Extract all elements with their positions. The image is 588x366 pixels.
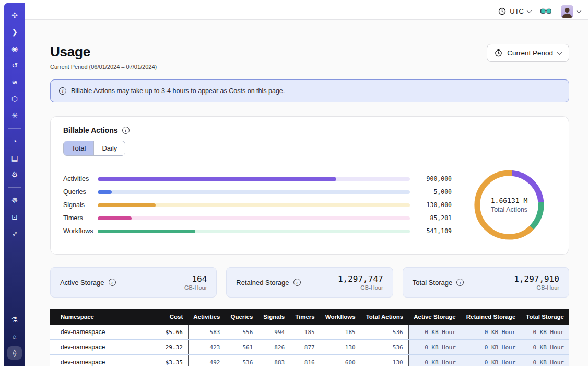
bar-track: [98, 216, 410, 220]
usage-page: Usage Current Period (06/01/2024 – 07/01…: [25, 20, 588, 366]
labs-flask-icon[interactable]: ⚗: [7, 313, 22, 326]
info-icon[interactable]: [109, 279, 116, 286]
total-actions-cell: 536: [361, 340, 409, 355]
billing-card-icon[interactable]: ▤: [7, 151, 22, 165]
usage-gauge-icon[interactable]: ◔: [7, 134, 22, 148]
workflows-cell: 185: [320, 325, 361, 340]
storage-summary-row: Active Storage 164 GB-Hour Retained Stor…: [50, 267, 569, 298]
temporal-logo-icon[interactable]: ✣: [7, 8, 22, 22]
signals-cell: 826: [258, 340, 290, 355]
bar-value: 900,000: [410, 175, 452, 182]
user-menu[interactable]: [561, 5, 581, 18]
storage-unit: GB-Hour: [514, 284, 559, 291]
total-actions-cell: 536: [361, 325, 409, 340]
donut-total-value: 1.66131 M: [491, 197, 527, 204]
bar-track: [98, 203, 410, 207]
storage-value: 164: [184, 274, 207, 284]
clock-icon: [498, 7, 506, 15]
timers-cell: 816: [290, 355, 320, 366]
donut-center: 1.66131 M Total Actions: [471, 166, 548, 244]
current-period-subtitle: Current Period (06/01/2024 – 07/01/2024): [50, 64, 157, 70]
settings-gear-icon[interactable]: ⚙: [7, 168, 22, 181]
total-storage-cell: 0 KB-Hour: [521, 340, 569, 355]
info-banner: Billable Actions may take up to 3-4 hour…: [50, 79, 569, 102]
activities-cell: 583: [188, 325, 225, 340]
timezone-selector[interactable]: UTC: [498, 7, 531, 15]
storage-label-text: Total Storage: [413, 279, 453, 287]
bar-label: Activities: [63, 175, 98, 182]
bar-track: [98, 190, 410, 194]
col-active-storage: Active Storage: [408, 309, 461, 325]
table-row: dev-namespace $5.66 583 556 994 185 185 …: [50, 325, 569, 340]
bar-label: Signals: [63, 201, 98, 209]
active-storage-cell: 0 KB-Hour: [408, 340, 461, 355]
eye-icon[interactable]: ◉: [7, 42, 22, 55]
bar-row-activities: Activities 900,000: [63, 173, 452, 186]
page-header: Usage Current Period (06/01/2024 – 07/01…: [50, 44, 569, 70]
layers-icon[interactable]: ≋: [7, 75, 22, 89]
col-total-actions: Total Actions: [361, 309, 409, 325]
col-activities: Activities: [188, 309, 225, 325]
storage-label: Total Storage: [413, 279, 464, 287]
info-icon[interactable]: [122, 127, 130, 134]
info-icon[interactable]: [456, 279, 464, 286]
tab-total[interactable]: Total: [64, 141, 93, 155]
glasses-button[interactable]: [540, 8, 551, 14]
bar-row-timers: Timers 85,201: [63, 212, 452, 225]
namespace-link[interactable]: dev-namespace: [61, 359, 105, 366]
bar-track: [98, 177, 410, 181]
credits-dollar-icon[interactable]: ⟠: [7, 346, 22, 360]
storage-label-text: Retained Storage: [236, 279, 289, 287]
bar-row-queries: Queries 5,000: [63, 186, 452, 199]
workflows-cell: 600: [320, 355, 361, 366]
storage-label: Retained Storage: [236, 279, 300, 287]
app-window: ✣❯◉↺≋⬡✳◔▤⚙☸⊡➶⚗☼⟠ UTC Usage: [4, 3, 588, 366]
namespace-link[interactable]: dev-namespace: [61, 328, 105, 336]
period-selector-label: Current Period: [507, 49, 553, 57]
retained-storage-card: Retained Storage 1,297,747 GB-Hour: [226, 267, 393, 298]
theme-sun-icon[interactable]: ☼: [7, 329, 22, 343]
col-namespace: Namespace: [50, 309, 146, 325]
bar-fill: [98, 216, 132, 220]
tab-daily[interactable]: Daily: [93, 141, 125, 155]
billable-actions-chart: Activities 900,000 Queries 5,000 Signals: [63, 166, 556, 244]
info-icon[interactable]: [293, 279, 301, 286]
bar-value: 5,000: [410, 188, 452, 196]
history-icon[interactable]: ↺: [7, 59, 22, 72]
billable-actions-title: Billable Actions: [63, 126, 556, 134]
total-storage-card: Total Storage 1,297,910 GB-Hour: [403, 267, 569, 298]
feedback-monitor-icon[interactable]: ⊡: [7, 210, 22, 224]
storage-label-text: Active Storage: [60, 279, 104, 287]
sidebar-divider: [8, 187, 21, 188]
retained-storage-cell: 0 KB-Hour: [461, 355, 521, 366]
bar-value: 541,109: [410, 227, 452, 235]
rocket-icon[interactable]: ➶: [7, 227, 22, 241]
col-retained-storage: Retained Storage: [461, 309, 521, 325]
banner-text: Billable Actions may take up to 3-4 hour…: [71, 87, 285, 95]
bar-track: [98, 230, 410, 233]
donut-total-label: Total Actions: [491, 206, 527, 213]
retained-storage-cell: 0 KB-Hour: [461, 340, 521, 355]
namespace-usage-table: Namespace Cost Activities Queries Signal…: [50, 309, 569, 366]
sidebar-divider: [8, 128, 21, 129]
period-selector-button[interactable]: Current Period: [487, 44, 569, 62]
asterisk-icon[interactable]: ✳: [7, 109, 22, 122]
bar-row-workflows: Workflows 541,109: [63, 225, 452, 238]
cube-icon[interactable]: ⬡: [7, 92, 22, 106]
namespace-link[interactable]: dev-namespace: [61, 344, 105, 351]
signals-cell: 883: [258, 355, 290, 366]
billable-actions-card: Billable Actions Total Daily Activities …: [50, 116, 569, 255]
queries-cell: 556: [225, 325, 258, 340]
activities-cell: 492: [188, 355, 225, 366]
total-storage-cell: 0 KB-Hour: [521, 325, 569, 340]
queries-cell: 561: [225, 340, 258, 355]
cost-cell: $3.35: [146, 355, 189, 366]
collapse-chevron-icon[interactable]: ❯: [7, 25, 22, 39]
active-storage-card: Active Storage 164 GB-Hour: [50, 267, 217, 298]
support-lifebuoy-icon[interactable]: ☸: [7, 193, 22, 207]
content-column: UTC Usage Current Period (06/01/2024 – 0…: [25, 3, 588, 366]
bar-fill: [98, 190, 112, 194]
col-total-storage: Total Storage: [521, 309, 569, 325]
total-actions-donut: 1.66131 M Total Actions: [471, 166, 548, 244]
col-timers: Timers: [290, 309, 320, 325]
